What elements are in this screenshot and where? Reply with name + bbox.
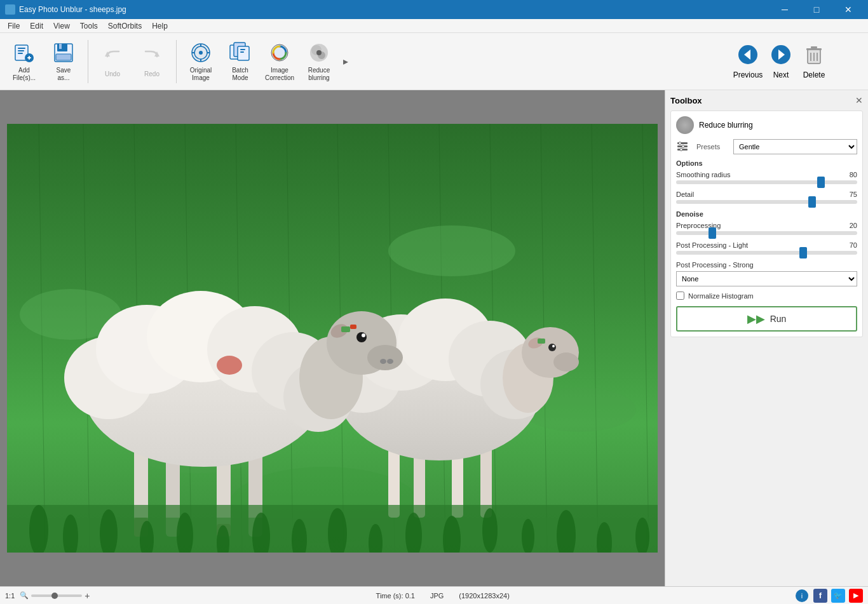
menu-tools[interactable]: Tools: [75, 20, 103, 32]
more-button[interactable]: ▸: [339, 36, 352, 87]
zoom-thumb[interactable]: [51, 593, 58, 599]
post-light-row: Post Processing - Light 70: [676, 241, 857, 255]
save-as-button[interactable]: Saveas...: [44, 36, 83, 87]
maximize-button[interactable]: □: [802, 0, 831, 19]
svg-rect-8: [57, 44, 67, 51]
reduce-blurring-button[interactable]: Reduceblurring: [300, 36, 338, 87]
facebook-icon[interactable]: f: [813, 589, 827, 603]
minimize-button[interactable]: ─: [770, 0, 799, 19]
svg-point-91: [367, 345, 403, 370]
next-button[interactable]: Next: [765, 36, 797, 87]
blur-icon: [676, 116, 694, 134]
smoothing-radius-track[interactable]: [676, 180, 857, 184]
presets-select[interactable]: Gentle Normal Strong Custom: [733, 139, 857, 154]
detail-track[interactable]: [676, 200, 857, 204]
image-correction-button[interactable]: ImageCorrection: [261, 36, 299, 87]
add-files-button[interactable]: AddFile(s)...: [5, 36, 43, 87]
svg-rect-24: [240, 51, 244, 53]
detail-thumb[interactable]: [808, 196, 816, 208]
menu-help[interactable]: Help: [147, 20, 173, 32]
original-image-label: OriginalImage: [190, 67, 212, 82]
format-label: JPG: [430, 592, 444, 600]
svg-rect-75: [538, 339, 545, 344]
twitter-icon[interactable]: 🐦: [831, 589, 845, 603]
title-bar: Easy Photo Unblur - sheeps.jpg ─ □ ✕: [0, 0, 868, 19]
reduce-blurring-label: Reduce blurring: [699, 121, 753, 130]
options-title: Options: [676, 159, 857, 167]
svg-rect-9: [59, 44, 62, 49]
main-content: Toolbox ✕ Reduce blurring: [0, 90, 868, 586]
presets-icon: [676, 140, 689, 153]
smoothing-radius-row: Smoothing radius 80: [676, 171, 857, 184]
detail-value: 75: [841, 191, 857, 198]
svg-rect-22: [238, 46, 249, 60]
svg-rect-35: [806, 48, 822, 50]
more-icon: ▸: [334, 50, 357, 73]
original-image-button[interactable]: OriginalImage: [182, 36, 220, 87]
svg-rect-23: [240, 49, 245, 50]
svg-point-124: [680, 149, 682, 151]
info-icon[interactable]: i: [796, 589, 808, 602]
close-button[interactable]: ✕: [834, 0, 863, 19]
zoom-slider[interactable]: [31, 594, 82, 597]
save-label: Saveas...: [57, 67, 71, 82]
original-image-icon: [189, 41, 212, 64]
toolbox-header: Toolbox ✕: [670, 95, 863, 105]
redo-button[interactable]: Redo: [133, 36, 171, 87]
batch-mode-button[interactable]: BatchMode: [221, 36, 259, 87]
run-button[interactable]: ▶▶ Run: [676, 306, 857, 332]
presets-label: Presets: [696, 143, 728, 151]
denoise-section: Denoise Preprocessing 20 Post Processing…: [676, 210, 857, 300]
svg-rect-10: [56, 54, 71, 60]
menu-view[interactable]: View: [48, 20, 75, 32]
normalize-label[interactable]: Normalize Histogram: [688, 292, 754, 300]
redo-label: Redo: [144, 70, 159, 78]
social-icons: f 🐦 ▶: [813, 589, 863, 603]
post-light-label: Post Processing - Light: [676, 241, 748, 249]
previous-button[interactable]: Previous: [732, 36, 764, 87]
undo-label: Undo: [105, 70, 120, 78]
menu-softorbits[interactable]: SoftOrbits: [103, 20, 147, 32]
preprocessing-track[interactable]: [676, 231, 857, 235]
reduce-blurring-section: Reduce blurring Presets Gentle: [670, 111, 863, 337]
status-center: Time (s): 0.1 JPG (1920x1283x24): [100, 592, 785, 600]
nav-buttons: Previous Next: [732, 36, 830, 87]
svg-point-29: [316, 50, 322, 55]
zoom-control[interactable]: 🔍 +: [20, 591, 90, 601]
toolbar: AddFile(s)... Saveas... Undo: [0, 33, 868, 90]
menu-file[interactable]: File: [3, 20, 25, 32]
image-correction-icon: [268, 41, 291, 64]
zoom-out-icon[interactable]: 🔍: [20, 591, 29, 600]
toolbar-separator-2: [176, 40, 177, 83]
youtube-icon[interactable]: ▶: [849, 589, 863, 603]
zoom-in-icon[interactable]: +: [85, 591, 90, 601]
svg-point-95: [362, 333, 365, 337]
delete-icon: [803, 43, 825, 68]
preprocessing-thumb[interactable]: [709, 227, 716, 239]
preprocessing-row: Preprocessing 20: [676, 222, 857, 235]
next-icon: [770, 43, 792, 68]
post-light-thumb[interactable]: [799, 247, 807, 258]
undo-button[interactable]: Undo: [93, 36, 132, 87]
smoothing-radius-label: Smoothing radius: [676, 171, 731, 178]
toolbox-close-button[interactable]: ✕: [855, 95, 863, 105]
app-icon: [5, 4, 15, 15]
smoothing-radius-thumb[interactable]: [817, 177, 825, 188]
image-area[interactable]: [0, 90, 665, 586]
post-strong-label: Post Processing - Strong: [676, 261, 754, 269]
reduce-blurring-icon: [308, 41, 330, 64]
post-light-track[interactable]: [676, 251, 857, 255]
image-correction-label: ImageCorrection: [265, 67, 294, 82]
svg-point-71: [553, 352, 579, 372]
run-icon: ▶▶: [747, 312, 765, 326]
normalize-checkbox[interactable]: [676, 292, 684, 300]
svg-point-122: [679, 142, 681, 145]
svg-point-94: [356, 332, 367, 342]
menu-edit[interactable]: Edit: [25, 20, 48, 32]
post-light-value: 70: [841, 241, 857, 249]
post-strong-select[interactable]: None Low Medium High: [676, 271, 857, 286]
delete-button[interactable]: Delete: [798, 36, 830, 87]
svg-point-114: [482, 508, 498, 553]
preprocessing-value: 20: [841, 222, 857, 229]
reduce-blurring-header: Reduce blurring: [676, 116, 857, 134]
